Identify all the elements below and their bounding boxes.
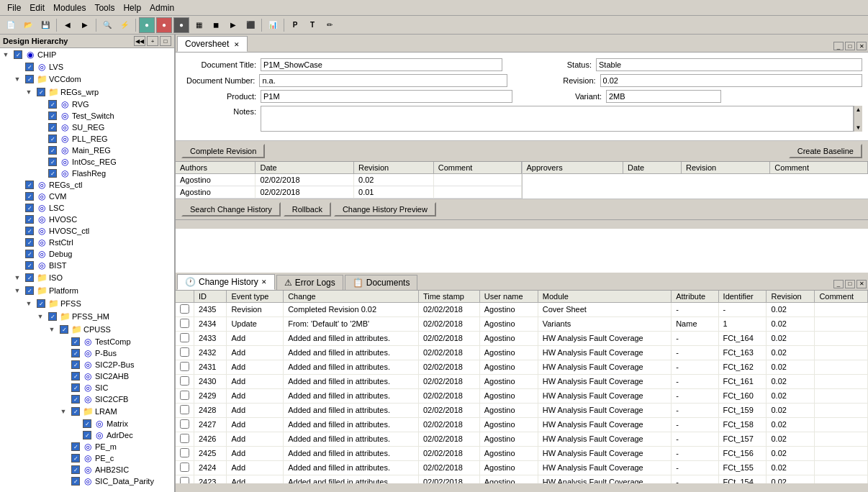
tree-toggle[interactable]: ▼: [12, 272, 23, 283]
tree-checkbox[interactable]: ✓: [24, 226, 35, 236]
row-checkbox[interactable]: [180, 391, 189, 400]
tree-toggle[interactable]: ▼: [35, 311, 46, 322]
row-check[interactable]: [176, 403, 194, 417]
toolbar-btn1[interactable]: ●: [139, 17, 155, 33]
tree-toggle[interactable]: ▼: [58, 406, 69, 417]
toolbar-t[interactable]: T: [304, 17, 320, 33]
row-checkbox[interactable]: [180, 463, 189, 472]
tree-checkbox[interactable]: ✓: [71, 442, 81, 452]
tree-item-cpuss[interactable]: ▼ ✓ 📁CPUSS: [0, 323, 174, 336]
row-check[interactable]: [176, 374, 194, 388]
row-checkbox[interactable]: [180, 405, 189, 414]
row-check[interactable]: [176, 475, 194, 483]
row-checkbox[interactable]: [180, 477, 189, 484]
tree-checkbox[interactable]: ✓: [71, 360, 81, 370]
notes-scroll-up[interactable]: ▲: [855, 106, 862, 113]
create-baseline-btn[interactable]: Create Baseline: [789, 144, 862, 158]
row-check[interactable]: [176, 460, 194, 475]
tree-checkbox[interactable]: ✓: [24, 249, 35, 259]
row-checkbox[interactable]: [180, 448, 189, 457]
row-checkbox[interactable]: [180, 362, 189, 371]
log-scroll[interactable]: ID Event type Change Time stamp User nam…: [176, 291, 868, 484]
tree-checkbox[interactable]: ✓: [24, 180, 35, 190]
notes-scroll-down[interactable]: ▼: [855, 124, 862, 131]
tree-toggle[interactable]: ▼: [46, 324, 58, 335]
toolbar-btn2[interactable]: ●: [156, 17, 172, 33]
toolbar-btn3[interactable]: ●: [173, 17, 189, 33]
panel-expand-btn[interactable]: +: [147, 36, 158, 46]
revision-input[interactable]: [600, 74, 862, 87]
tree-item-lsc[interactable]: ✓ ◎LSC: [0, 202, 174, 214]
row-check[interactable]: [176, 388, 194, 403]
tree-item-pll_reg[interactable]: ✓ ◎PLL_REG: [0, 133, 174, 145]
tree-item-platform[interactable]: ▼ ✓ 📁Platform: [0, 284, 174, 297]
cov-win-min[interactable]: _: [833, 42, 844, 50]
menu-modules[interactable]: Modules: [49, 1, 90, 14]
toolbar-btn6[interactable]: ▶: [225, 17, 241, 33]
bottom-win-min[interactable]: _: [833, 280, 844, 288]
tree-checkbox[interactable]: ✓: [24, 62, 35, 72]
tree-item-hvosc_ctl[interactable]: ✓ ◎HVOSC_ctl: [0, 225, 174, 237]
tree-item-sic2ahb[interactable]: ✓ ◎SIC2AHB: [0, 370, 174, 382]
tree-checkbox[interactable]: ✓: [71, 348, 81, 358]
toolbar-search[interactable]: 🔍: [99, 17, 115, 33]
menu-tools[interactable]: Tools: [90, 1, 119, 14]
tree-item-p_bus[interactable]: ✓ ◎P-Bus: [0, 347, 174, 359]
tree-checkbox[interactable]: ✓: [71, 465, 81, 475]
tree-item-sic2p_bus[interactable]: ✓ ◎SIC2P-Bus: [0, 359, 174, 370]
panel-max-btn[interactable]: □: [160, 36, 171, 46]
doc-title-input[interactable]: [261, 58, 502, 71]
doc-number-input[interactable]: [259, 74, 507, 87]
tree-item-vccdom[interactable]: ▼ ✓ 📁VCCdom: [0, 73, 174, 86]
tree-checkbox[interactable]: ✓: [48, 111, 58, 121]
tree-checkbox[interactable]: ✓: [24, 286, 35, 296]
variant-input[interactable]: [606, 90, 721, 103]
tree-item-debug[interactable]: ✓ ◎Debug: [0, 248, 174, 260]
tree-item-pe_c[interactable]: ✓ ◎PE_c: [0, 452, 174, 464]
tree-checkbox[interactable]: ✓: [71, 453, 81, 463]
toolbar-btn5[interactable]: ◼: [208, 17, 224, 33]
tree-item-test_switch[interactable]: ✓ ◎Test_Switch: [0, 110, 174, 122]
tree-checkbox[interactable]: ✓: [24, 273, 35, 283]
tree-checkbox[interactable]: ✓: [24, 203, 35, 213]
tree-toggle[interactable]: ▼: [12, 285, 23, 296]
tab-change-history[interactable]: 🕐 Change History ✕: [177, 274, 275, 290]
tree-item-rstctrl[interactable]: ✓ ◎RstCtrl: [0, 237, 174, 248]
tree-item-sic_data_parity[interactable]: ✓ ◎SIC_Data_Parity: [0, 475, 174, 487]
tree-item-matrix[interactable]: ✓ ◎Matrix: [0, 418, 174, 429]
tree-checkbox[interactable]: ✓: [24, 237, 35, 247]
tree-item-sic2cfb[interactable]: ✓ ◎SIC2CFB: [0, 393, 174, 405]
tree-checkbox[interactable]: ✓: [48, 145, 58, 155]
tree-item-hvosc[interactable]: ✓ ◎HVOSC: [0, 214, 174, 225]
bottom-win-close[interactable]: ✕: [856, 280, 867, 288]
row-check[interactable]: [176, 331, 194, 345]
status-input[interactable]: [596, 58, 862, 71]
row-checkbox[interactable]: [180, 304, 189, 314]
tree-item-intosc_reg[interactable]: ✓ ◎IntOsc_REG: [0, 156, 174, 168]
tree-item-flashreg[interactable]: ✓ ◎FlashReg: [0, 168, 174, 179]
menu-edit[interactable]: Edit: [25, 1, 49, 14]
row-checkbox[interactable]: [180, 333, 189, 342]
notes-input[interactable]: [261, 106, 854, 132]
menu-help[interactable]: Help: [119, 1, 145, 14]
tree-toggle[interactable]: ▼: [12, 73, 23, 85]
tree-checkbox[interactable]: ✓: [71, 337, 81, 347]
panel-collapse-btn[interactable]: ◀◀: [134, 36, 145, 46]
tree-toggle[interactable]: ▼: [23, 298, 35, 309]
tree-item-cvm[interactable]: ✓ ◎CVM: [0, 191, 174, 202]
tree-item-ahb2sic[interactable]: ✓ ◎AHB2SIC: [0, 464, 174, 475]
tree-item-regs_ctl[interactable]: ✓ ◎REGs_ctl: [0, 179, 174, 191]
tree-item-bist[interactable]: ✓ ◎BIST: [0, 260, 174, 271]
toolbar-btn4[interactable]: ▦: [191, 17, 207, 33]
tree-checkbox[interactable]: ✓: [48, 168, 58, 178]
tree-checkbox[interactable]: ✓: [24, 191, 35, 201]
toolbar-open[interactable]: 📂: [20, 17, 36, 33]
tree-item-rvg[interactable]: ✓ ◎RVG: [0, 99, 174, 110]
tree-checkbox[interactable]: ✓: [24, 214, 35, 224]
tab-coversheet[interactable]: Coversheet ✕: [177, 36, 248, 52]
tab-coversheet-close[interactable]: ✕: [234, 41, 240, 48]
tree-checkbox[interactable]: ✓: [36, 87, 46, 97]
toolbar-chart[interactable]: 📊: [265, 17, 281, 33]
tree-checkbox[interactable]: ✓: [71, 406, 81, 416]
row-checkbox[interactable]: [180, 419, 189, 429]
